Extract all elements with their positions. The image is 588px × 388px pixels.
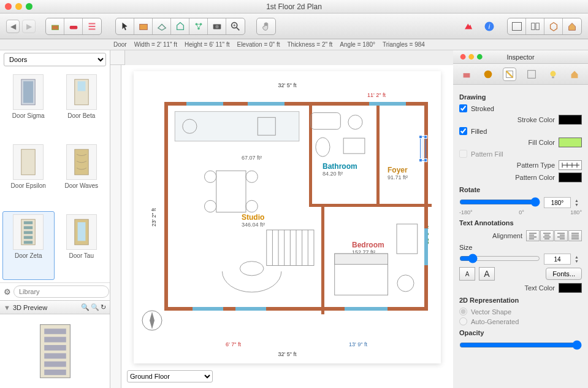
- auto-generated-radio: [459, 317, 467, 325]
- status-elevation: Elevation = 0" ft: [237, 41, 280, 48]
- stepper-up-icon[interactable]: ▲: [575, 255, 582, 259]
- room-tool-button[interactable]: [171, 18, 189, 34]
- layout-home-button[interactable]: [563, 18, 581, 34]
- pattern-color-label: Pattern Color: [459, 174, 555, 181]
- zoom-out-icon[interactable]: 🔍: [91, 303, 99, 311]
- align-justify-button[interactable]: [568, 230, 582, 241]
- disclosure-icon[interactable]: ▼: [4, 304, 10, 311]
- insp-tab-materials[interactable]: [481, 68, 495, 81]
- size-slider[interactable]: [459, 254, 540, 263]
- view-mode-group: [45, 18, 102, 35]
- text-color-label: Text Color: [459, 284, 555, 292]
- svg-rect-55: [335, 254, 388, 295]
- library-item[interactable]: Door Waves: [56, 141, 108, 210]
- canvas[interactable]: 32' 5" ft 11' 2" ft 23' 2" ft 11' 3" ft …: [121, 65, 453, 388]
- zoom-tool-button[interactable]: [226, 18, 245, 34]
- insp-tab-light[interactable]: [546, 68, 560, 81]
- rotate-value-input[interactable]: [544, 197, 571, 208]
- svg-rect-63: [527, 70, 535, 78]
- svg-rect-18: [75, 149, 88, 175]
- svg-rect-28: [44, 328, 66, 334]
- drawing-paper: 32' 5" ft 11' 2" ft 23' 2" ft 11' 3" ft …: [134, 71, 441, 363]
- sofa-mode-button[interactable]: [64, 18, 83, 34]
- door-thumb-icon: [66, 214, 97, 250]
- window-title: 1st Floor 2d Plan: [0, 2, 588, 11]
- library-item[interactable]: Door Tau: [56, 211, 108, 280]
- ruler-corner: [110, 50, 125, 65]
- dim-top-inner: 11' 2" ft: [367, 92, 386, 98]
- size-value-input[interactable]: [544, 254, 571, 265]
- fill-color-swatch[interactable]: [559, 138, 582, 147]
- insp-tab-object[interactable]: [460, 68, 473, 81]
- svg-rect-17: [21, 149, 35, 175]
- floor-plan[interactable]: Studio 346.04 ft² Bathroom 84.20 ft² Foy…: [164, 102, 428, 311]
- selected-door[interactable]: [420, 136, 426, 161]
- insp-tab-2d[interactable]: [503, 68, 516, 81]
- inspector-titlebar: Inspector: [453, 50, 588, 64]
- align-right-button[interactable]: [554, 230, 568, 241]
- wall-tool-button[interactable]: [134, 18, 153, 34]
- library-category-select[interactable]: Doors: [4, 53, 106, 66]
- dim-bottom-left: 6' 7" ft: [226, 341, 241, 347]
- library-item[interactable]: Door Beta: [56, 71, 108, 140]
- nav-forward-button[interactable]: ▶: [22, 20, 36, 33]
- stroked-checkbox[interactable]: [459, 104, 467, 112]
- floor-select[interactable]: Ground Floor: [127, 370, 213, 382]
- filled-checkbox[interactable]: [459, 127, 467, 135]
- size-label: Size: [459, 244, 478, 251]
- alignment-label: Alignment: [459, 232, 522, 239]
- dimension-tool-button[interactable]: [189, 18, 208, 34]
- room-bathroom-label: Bathroom 84.20 ft²: [323, 162, 357, 177]
- list-mode-button[interactable]: [83, 18, 101, 34]
- section-2d-rep: 2D Representation: [459, 297, 582, 304]
- zoom-in-icon[interactable]: 🔍: [81, 303, 90, 311]
- layout-1-button[interactable]: [508, 18, 526, 34]
- stepper-down-icon[interactable]: ▼: [575, 259, 582, 263]
- main-toolbar: ◀ ▶ i: [0, 14, 588, 39]
- text-color-swatch[interactable]: [559, 283, 582, 293]
- pattern-fill-label: Pattern Fill: [471, 150, 582, 158]
- svg-point-39: [204, 200, 216, 212]
- nav-back-button[interactable]: ◀: [6, 20, 20, 33]
- camera-tool-button[interactable]: [208, 18, 226, 34]
- align-left-button[interactable]: [526, 230, 540, 241]
- share-button[interactable]: [459, 18, 478, 34]
- stepper-up-icon[interactable]: ▲: [575, 198, 582, 203]
- library-item[interactable]: Door Sigma: [2, 71, 55, 140]
- insp-tab-text[interactable]: [525, 68, 538, 81]
- fonts-button[interactable]: Fonts...: [546, 268, 582, 280]
- pattern-type-swatch[interactable]: [559, 160, 582, 170]
- insp-tab-building[interactable]: [568, 68, 581, 81]
- svg-rect-22: [24, 231, 32, 234]
- furniture-mode-button[interactable]: [46, 18, 64, 34]
- gear-icon[interactable]: ⚙: [4, 287, 11, 297]
- pan-tool-button[interactable]: [257, 18, 275, 34]
- align-center-button[interactable]: [540, 230, 554, 241]
- select-tool-button[interactable]: [116, 18, 134, 34]
- opacity-slider[interactable]: [459, 340, 582, 350]
- status-bar: Door Width = 2' 11" ft Height = 6' 11" f…: [0, 39, 588, 50]
- pattern-fill-checkbox: [459, 150, 467, 158]
- library-item-label: Door Tau: [69, 252, 94, 259]
- layout-2-button[interactable]: [526, 18, 544, 34]
- floor-tool-button[interactable]: [153, 18, 171, 34]
- layout-3d-button[interactable]: [544, 18, 563, 34]
- rotate-3d-icon[interactable]: ↻: [101, 303, 106, 311]
- preview-3d[interactable]: [0, 314, 110, 388]
- svg-rect-54: [343, 138, 365, 153]
- info-button[interactable]: i: [480, 18, 498, 34]
- vertical-ruler: [110, 65, 121, 388]
- stroke-color-swatch[interactable]: [559, 115, 582, 125]
- section-text-annotations: Text Annotations: [459, 219, 582, 227]
- font-large-button[interactable]: A: [479, 267, 495, 281]
- font-small-button[interactable]: A: [459, 267, 475, 281]
- library-search-input[interactable]: [13, 285, 109, 298]
- stepper-down-icon[interactable]: ▼: [575, 203, 582, 207]
- svg-point-58: [397, 275, 414, 292]
- library-item[interactable]: Door Epsilon: [2, 141, 55, 210]
- pattern-color-swatch[interactable]: [559, 173, 582, 182]
- svg-rect-30: [44, 345, 66, 351]
- rotate-slider[interactable]: [459, 197, 540, 207]
- svg-rect-26: [77, 222, 85, 241]
- library-item[interactable]: Door Zeta: [2, 211, 55, 280]
